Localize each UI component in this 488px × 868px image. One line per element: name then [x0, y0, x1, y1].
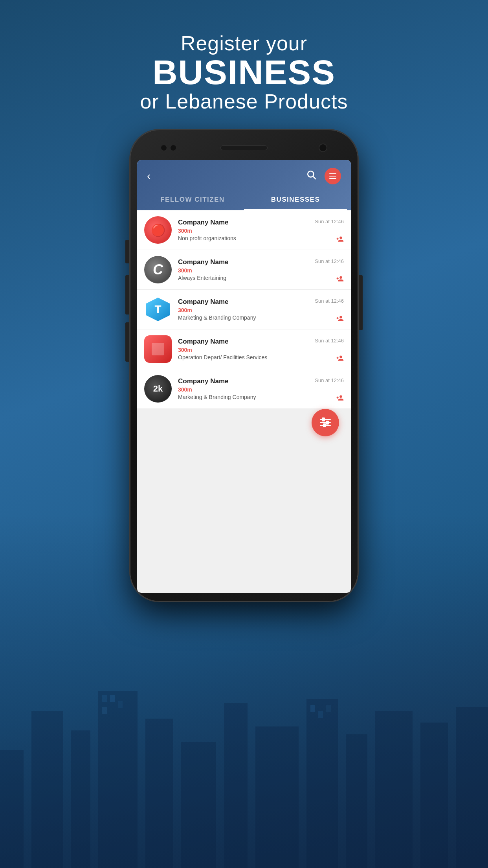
business-logo-4: [144, 335, 172, 363]
business-category-1: Non profit organizations: [178, 235, 344, 241]
business-distance-5: 300m: [178, 386, 344, 393]
svg-line-21: [313, 177, 316, 179]
business-logo-5: 2k: [144, 375, 172, 403]
business-time-4: Sun at 12:46: [315, 338, 344, 344]
business-name-4: Company Name: [178, 338, 228, 346]
phone-btn-volume-down: [125, 275, 129, 314]
business-category-5: Marketing & Branding Company: [178, 394, 344, 400]
business-time-1: Sun at 12:46: [315, 219, 344, 224]
svg-rect-12: [456, 707, 488, 868]
business-name-5: Company Name: [178, 377, 228, 385]
svg-rect-0: [0, 750, 24, 868]
svg-rect-15: [102, 707, 107, 714]
menu-line-2: [329, 176, 336, 177]
business-logo-2: C: [144, 256, 172, 283]
phone-camera: [319, 143, 327, 152]
phone-speaker: [220, 145, 268, 150]
svg-rect-10: [375, 711, 413, 868]
follow-icon-5[interactable]: [336, 394, 344, 404]
svg-point-20: [308, 171, 314, 177]
phone-frame: ‹: [130, 130, 358, 601]
business-item-5[interactable]: 2k Company Name Sun at 12:46 300m Market…: [137, 369, 351, 409]
business-distance-1: 300m: [178, 228, 344, 234]
business-time-2: Sun at 12:46: [315, 258, 344, 264]
business-name-3: Company Name: [178, 298, 228, 306]
filter-fab-button[interactable]: [312, 409, 339, 436]
header-business-line: BUSINESS: [0, 55, 488, 90]
sensor-2: [170, 145, 176, 151]
follow-icon-2[interactable]: [336, 275, 344, 285]
phone-btn-silent: [125, 322, 129, 362]
phone-btn-power: [359, 275, 363, 330]
menu-line-3: [329, 178, 336, 179]
business-info-1: Company Name Sun at 12:46 300m Non profi…: [178, 219, 344, 241]
business-item-2[interactable]: C Company Name Sun at 12:46 300m Always …: [137, 250, 351, 290]
tab-fellow-citizen[interactable]: FELLOW CITIZEN: [141, 190, 244, 210]
business-list: 🔴 Company Name Sun at 12:46 300m Non pro…: [137, 210, 351, 409]
follow-icon-4[interactable]: [336, 355, 344, 364]
svg-rect-2: [71, 730, 90, 868]
business-time-3: Sun at 12:46: [315, 298, 344, 304]
business-distance-4: 300m: [178, 347, 344, 353]
business-category-3: Marketing & Branding Company: [178, 314, 344, 321]
business-category-2: Always Entertaining: [178, 275, 344, 281]
filter-line-3: [320, 425, 331, 426]
business-info-3: Company Name Sun at 12:46 300m Marketing…: [178, 298, 344, 321]
business-distance-2: 300m: [178, 267, 344, 274]
business-time-5: Sun at 12:46: [315, 377, 344, 383]
business-info-4: Company Name Sun at 12:46 300m Operation…: [178, 338, 344, 360]
filter-line-1: [320, 419, 331, 420]
svg-rect-13: [102, 695, 107, 702]
tab-bar: FELLOW CITIZEN BUSINESSES: [137, 190, 351, 210]
phone-screen: ‹: [137, 160, 351, 593]
business-item-1[interactable]: 🔴 Company Name Sun at 12:46 300m Non pro…: [137, 210, 351, 250]
top-icons: [306, 168, 341, 184]
menu-button[interactable]: [325, 168, 341, 184]
business-item-3[interactable]: T Company Name Sun at 12:46 300m Marketi…: [137, 290, 351, 329]
business-item-4[interactable]: Company Name Sun at 12:46 300m Operation…: [137, 329, 351, 369]
tab-businesses[interactable]: BUSINESSES: [244, 190, 347, 210]
menu-line-1: [329, 173, 336, 174]
business-category-4: Operation Depart/ Facilities Services: [178, 354, 344, 360]
svg-rect-14: [110, 695, 115, 702]
filter-line-2: [320, 422, 331, 423]
svg-rect-16: [118, 701, 123, 708]
business-info-5: Company Name Sun at 12:46 300m Marketing…: [178, 377, 344, 400]
header-products-line: or Lebanese Products: [0, 90, 488, 113]
business-distance-3: 300m: [178, 307, 344, 313]
follow-icon-1[interactable]: [336, 235, 344, 245]
business-info-2: Company Name Sun at 12:46 300m Always En…: [178, 258, 344, 281]
business-logo-3: T: [144, 296, 172, 323]
svg-text:T: T: [154, 303, 161, 315]
phone-btn-volume-up: [125, 240, 129, 263]
business-name-1: Company Name: [178, 219, 228, 226]
phone-sensors: [161, 145, 176, 151]
app-header: ‹: [137, 160, 351, 210]
header-register-line: Register your: [0, 31, 488, 55]
follow-icon-3[interactable]: [336, 315, 344, 324]
business-name-2: Company Name: [178, 258, 228, 266]
sensor-1: [161, 145, 167, 151]
search-button[interactable]: [306, 170, 317, 182]
business-logo-1: 🔴: [144, 216, 172, 244]
phone-top-bar: [137, 137, 351, 158]
back-button[interactable]: ‹: [147, 170, 150, 182]
filter-icon: [320, 419, 331, 426]
svg-rect-1: [31, 711, 63, 868]
svg-rect-11: [420, 723, 448, 868]
